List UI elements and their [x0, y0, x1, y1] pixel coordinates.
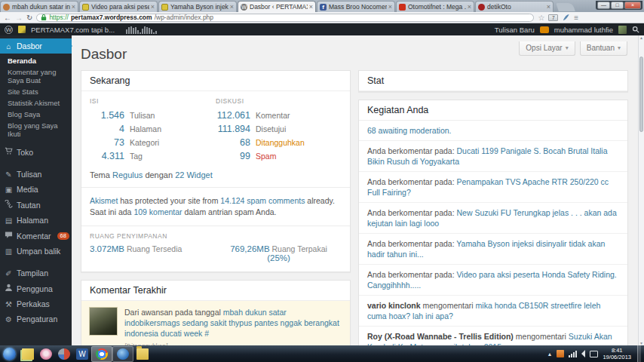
- glance-row: 73Kategori: [90, 136, 216, 149]
- photo-app-icon[interactable]: [40, 348, 52, 360]
- help-button[interactable]: Bantuan▾: [580, 41, 627, 56]
- widget-stat: Stat: [358, 70, 628, 92]
- sidebar-item-site-stats[interactable]: Site Stats: [0, 86, 72, 97]
- sticky-notes-icon[interactable]: [22, 348, 34, 360]
- search-icon[interactable]: [632, 26, 639, 33]
- spam-queue-link[interactable]: 109 komentar: [133, 207, 182, 216]
- sidebar-item-toko[interactable]: Toko: [0, 144, 72, 160]
- count-link[interactable]: 99: [216, 149, 250, 163]
- admin-bar-username[interactable]: muhammad luthfie: [554, 26, 613, 34]
- sidebar-item-pengguna[interactable]: Pengguna: [0, 281, 72, 296]
- spam-label[interactable]: Spam: [256, 149, 276, 163]
- avatar[interactable]: [618, 26, 627, 34]
- pending-label[interactable]: Ditangguhkan: [256, 136, 305, 149]
- keyboard-language-icon[interactable]: [590, 351, 598, 357]
- sidebar-item-komentar-saya[interactable]: Komentar yang Saya Buat: [0, 66, 72, 86]
- sidebar-item-halaman[interactable]: ▤ Halaman: [0, 213, 72, 228]
- scroll-up-icon[interactable]: ▲: [639, 35, 644, 40]
- forward-icon[interactable]: →: [15, 13, 23, 23]
- storage-free-link[interactable]: 3.072MB: [90, 244, 124, 253]
- network-signal-icon[interactable]: [569, 351, 577, 357]
- new-post-link[interactable]: Tulisan Baru: [495, 26, 535, 34]
- sidebar-item-tampilan[interactable]: ✐ Tampilan: [0, 265, 72, 281]
- screen: mbah dukun satar ind... × Video para aks…: [0, 0, 644, 362]
- tab-detikoto[interactable]: detikOto ×: [475, 1, 554, 12]
- taskbar-clock[interactable]: 8:41 19/06/2013: [603, 347, 633, 360]
- show-desktop-button[interactable]: [637, 345, 641, 362]
- count-label[interactable]: Tulisan: [130, 109, 155, 122]
- theme-link[interactable]: Regulus: [112, 170, 143, 179]
- tab-close-icon[interactable]: ×: [547, 3, 550, 11]
- count-link[interactable]: 73: [90, 136, 124, 149]
- start-button[interactable]: [3, 348, 16, 360]
- sidebar-item-komentar[interactable]: Komentar 68: [0, 228, 72, 244]
- sidebar-item-blog-saya[interactable]: Blog Saya: [0, 109, 72, 120]
- tab-close-icon[interactable]: ×: [309, 3, 313, 11]
- tab-close-icon[interactable]: ×: [151, 3, 155, 11]
- tab-close-icon[interactable]: ×: [468, 3, 471, 11]
- sidebar-item-label: Halaman: [17, 216, 48, 225]
- tab-facebook[interactable]: f Mass Broo Nocomen... ×: [317, 1, 395, 12]
- sidebar-item-tautan[interactable]: Tautan: [0, 197, 72, 213]
- thunderbird-taskbar-button[interactable]: [112, 346, 133, 362]
- back-icon[interactable]: ←: [4, 13, 11, 23]
- sidebar-item-beranda[interactable]: Beranda: [0, 55, 72, 66]
- download-manager-icon[interactable]: 7: [548, 14, 558, 21]
- spam-count-link[interactable]: 14.124 spam comments: [220, 196, 305, 205]
- tab-mbah-dukun[interactable]: mbah dukun satar ind... ×: [0, 1, 78, 12]
- download-manager-taskbar-icon[interactable]: [58, 348, 70, 360]
- count-link[interactable]: 4: [90, 122, 124, 136]
- explorer-folder-icon[interactable]: [136, 348, 149, 360]
- sidebar-item-perkakas[interactable]: ⚒ Perkakas: [0, 296, 72, 311]
- count-label[interactable]: Kategori: [130, 136, 159, 149]
- count-label[interactable]: Halaman: [130, 122, 161, 136]
- tab-close-icon[interactable]: ×: [72, 3, 75, 11]
- notifications-bubble-icon[interactable]: [540, 26, 549, 33]
- sidebar-item-media[interactable]: ▣ Media: [0, 182, 72, 197]
- scrollbar-thumb[interactable]: [639, 57, 643, 132]
- bookmark-star-icon[interactable]: ☆: [538, 14, 544, 22]
- close-icon[interactable]: ×: [624, 2, 641, 9]
- count-label[interactable]: Disetujui: [256, 122, 286, 136]
- word-icon[interactable]: W: [76, 348, 88, 360]
- sidebar-item-tulisan[interactable]: ✎ Tulisan: [0, 167, 72, 182]
- url-bar[interactable]: https://pertamax7.wordpress.com/wp-admin…: [36, 14, 534, 22]
- count-link[interactable]: 1.546: [90, 109, 124, 122]
- count-link[interactable]: 111.894: [216, 122, 250, 136]
- admin-bar-site-name[interactable]: PERTAMAX7.com tapi b...: [31, 26, 115, 34]
- maximize-icon[interactable]: □: [611, 2, 624, 9]
- tab-yamaha-byson[interactable]: Yamaha Byson injeks... ×: [158, 1, 237, 12]
- count-label[interactable]: Komentar: [256, 109, 290, 122]
- screen-options-button[interactable]: Opsi Layar▾: [519, 41, 575, 56]
- chrome-taskbar-button[interactable]: [91, 346, 112, 362]
- quill-extension-icon[interactable]: [562, 14, 570, 22]
- volume-icon[interactable]: [581, 350, 585, 357]
- widgets-link[interactable]: 22 Widget: [175, 170, 213, 179]
- tab-dasbor-active[interactable]: W Dasbor ‹ PERTAMAX7... ×: [238, 1, 316, 12]
- tab-close-icon[interactable]: ×: [230, 3, 234, 11]
- tray-expand-icon[interactable]: ▲: [547, 351, 553, 357]
- stats-sparkline[interactable]: [126, 26, 157, 34]
- browser-scrollbar[interactable]: ▲ ▼: [638, 35, 644, 345]
- tab-close-icon[interactable]: ×: [388, 3, 392, 11]
- tab-video-aksi[interactable]: Video para aksi pesert... ×: [79, 1, 158, 12]
- akismet-link[interactable]: Akismet: [90, 196, 118, 205]
- sidebar-item-umpan-balik[interactable]: ▥ Umpan balik: [0, 244, 72, 259]
- tab-otomotifnet[interactable]: Otomotifnet : Mega ... ×: [396, 1, 474, 12]
- count-label[interactable]: Tag: [130, 149, 143, 163]
- sidebar-item-statistik-akismet[interactable]: Statistik Akismet: [0, 97, 72, 109]
- count-link[interactable]: 68: [216, 136, 250, 149]
- new-tab-button[interactable]: [556, 3, 575, 11]
- refresh-icon[interactable]: ↻: [26, 13, 32, 23]
- wordpress-logo-icon[interactable]: W: [5, 26, 13, 34]
- sidebar-item-dasbor[interactable]: ⌂ Dasbor: [0, 38, 72, 54]
- tray-app-icon[interactable]: [557, 350, 564, 357]
- moderation-link[interactable]: 68 awaiting moderation.: [367, 126, 452, 135]
- sidebar-item-pengaturan[interactable]: ⚙ Pengaturan: [0, 311, 72, 327]
- sidebar-item-blog-yang-diikuti[interactable]: Blog yang Saya Ikuti: [0, 120, 72, 140]
- chrome-menu-icon[interactable]: ≡: [574, 14, 578, 22]
- storage-used-link[interactable]: 769,26MB: [230, 244, 269, 253]
- count-link[interactable]: 112.061: [216, 109, 250, 122]
- count-link[interactable]: 4.311: [90, 149, 124, 163]
- minimize-icon[interactable]: —: [597, 2, 610, 9]
